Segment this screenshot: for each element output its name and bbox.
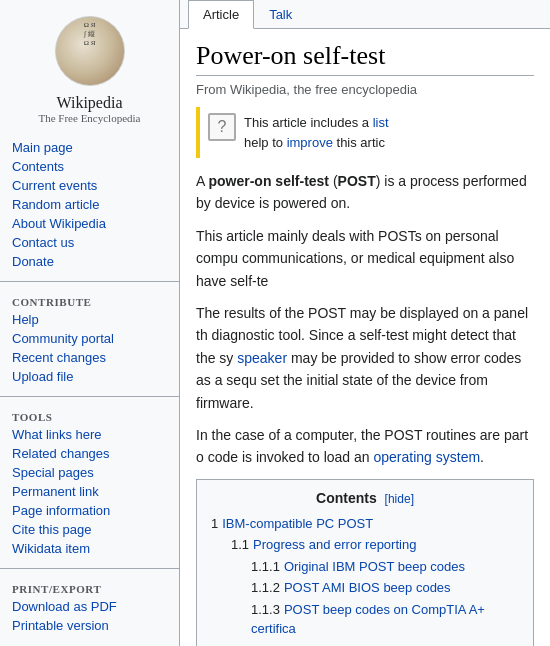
wikipedia-wordmark: Wikipedia <box>0 94 179 112</box>
sidebar-item-donate[interactable]: Donate <box>0 252 179 271</box>
sidebar-item-contact-us[interactable]: Contact us <box>0 233 179 252</box>
sidebar-item-cite-this-page[interactable]: Cite this page <box>0 520 179 539</box>
tab-talk[interactable]: Talk <box>254 0 307 29</box>
article-paragraph-3: The results of the POST may be displayed… <box>196 302 534 414</box>
contents-link-1-1-1[interactable]: Original IBM POST beep codes <box>284 559 465 574</box>
sidebar-divider-2 <box>0 396 179 397</box>
operating-system-link[interactable]: operating system <box>373 449 480 465</box>
sidebar-item-wikidata-item[interactable]: Wikidata item <box>0 539 179 558</box>
article-paragraph-4: In the case of a computer, the POST rout… <box>196 424 534 469</box>
sidebar-item-related-changes[interactable]: Related changes <box>0 444 179 463</box>
sidebar-item-what-links-here[interactable]: What links here <box>0 425 179 444</box>
contents-item-1-1-3: 1.1.3POST beep codes on CompTIA A+ certi… <box>211 600 519 639</box>
contents-number-1-1-3: 1.1.3 <box>251 602 280 617</box>
contents-header: Contents [hide] <box>211 490 519 506</box>
sidebar-item-random-article[interactable]: Random article <box>0 195 179 214</box>
hatnote-box: ? This article includes a list help to i… <box>196 107 534 158</box>
sidebar-item-page-information[interactable]: Page information <box>0 501 179 520</box>
wikipedia-tagline: The Free Encyclopedia <box>0 112 179 124</box>
contents-hide-button[interactable]: [hide] <box>385 492 414 506</box>
main-content: Article Talk Power-on self-test From Wik… <box>180 0 550 646</box>
sidebar-contribute-section: Contribute Help Community portal Recent … <box>0 288 179 390</box>
sidebar-nav-section: Main page Contents Current events Random… <box>0 134 179 275</box>
sidebar-divider-1 <box>0 281 179 282</box>
sidebar-divider-3 <box>0 568 179 569</box>
contents-title: Contents <box>316 490 377 506</box>
contents-number-1-1-2: 1.1.2 <box>251 580 280 595</box>
contents-item-1: 1IBM-compatible PC POST <box>211 514 519 534</box>
article-paragraph-1: A power-on self-test (POST) is a process… <box>196 170 534 215</box>
sidebar-tools-section: Tools What links here Related changes Sp… <box>0 403 179 562</box>
tabs-bar: Article Talk <box>180 0 550 29</box>
hatnote-list-link[interactable]: list <box>373 115 389 130</box>
sidebar-print-section: Print/export Download as PDF Printable v… <box>0 575 179 639</box>
sidebar-item-upload-file[interactable]: Upload file <box>0 367 179 386</box>
contents-link-1-1[interactable]: Progress and error reporting <box>253 537 416 552</box>
contents-item-1-1-2: 1.1.2POST AMI BIOS beep codes <box>211 578 519 598</box>
article-subtitle: From Wikipedia, the free encyclopedia <box>196 82 534 97</box>
sidebar-item-current-events[interactable]: Current events <box>0 176 179 195</box>
sidebar-item-download-pdf[interactable]: Download as PDF <box>0 597 179 616</box>
sidebar-item-main-page[interactable]: Main page <box>0 138 179 157</box>
contents-link-1-1-2[interactable]: POST AMI BIOS beep codes <box>284 580 451 595</box>
contents-list: 1IBM-compatible PC POST 1.1Progress and … <box>211 514 519 646</box>
sidebar-item-contents[interactable]: Contents <box>0 157 179 176</box>
sidebar-contribute-title: Contribute <box>0 292 179 310</box>
sidebar-item-help[interactable]: Help <box>0 310 179 329</box>
sidebar-item-community-portal[interactable]: Community portal <box>0 329 179 348</box>
contents-number-1-1: 1.1 <box>231 537 249 552</box>
contents-box: Contents [hide] 1IBM-compatible PC POST … <box>196 479 534 646</box>
sidebar-item-about-wikipedia[interactable]: About Wikipedia <box>0 214 179 233</box>
contents-number-1: 1 <box>211 516 218 531</box>
contents-item-1-1-4: 1.1.4IBM POST diagnostic code descriptio… <box>211 641 519 646</box>
sidebar-item-permanent-link[interactable]: Permanent link <box>0 482 179 501</box>
article-body: Power-on self-test From Wikipedia, the f… <box>180 29 550 646</box>
contents-item-1-1-1: 1.1.1Original IBM POST beep codes <box>211 557 519 577</box>
sidebar-item-printable-version[interactable]: Printable version <box>0 616 179 635</box>
article-title: Power-on self-test <box>196 41 534 76</box>
contents-number-1-1-1: 1.1.1 <box>251 559 280 574</box>
sidebar: Ω Я∫ 縦Ω Я Wikipedia The Free Encyclopedi… <box>0 0 180 646</box>
tab-article[interactable]: Article <box>188 0 254 29</box>
contents-item-1-1: 1.1Progress and error reporting <box>211 535 519 555</box>
sidebar-item-recent-changes[interactable]: Recent changes <box>0 348 179 367</box>
speaker-link[interactable]: speaker <box>237 350 287 366</box>
contents-link-1[interactable]: IBM-compatible PC POST <box>222 516 373 531</box>
hatnote-improve-link[interactable]: improve <box>287 135 333 150</box>
article-paragraph-2: This article mainly deals with POSTs on … <box>196 225 534 292</box>
wiki-logo: Ω Я∫ 縦Ω Я <box>0 8 179 90</box>
hatnote-icon: ? <box>208 113 236 141</box>
contents-link-1-1-3[interactable]: POST beep codes on CompTIA A+ certifica <box>251 602 485 637</box>
sidebar-tools-title: Tools <box>0 407 179 425</box>
wikipedia-logo-image: Ω Я∫ 縦Ω Я <box>55 16 125 86</box>
sidebar-print-title: Print/export <box>0 579 179 597</box>
hatnote-text: This article includes a list help to imp… <box>244 113 389 152</box>
sidebar-item-special-pages[interactable]: Special pages <box>0 463 179 482</box>
